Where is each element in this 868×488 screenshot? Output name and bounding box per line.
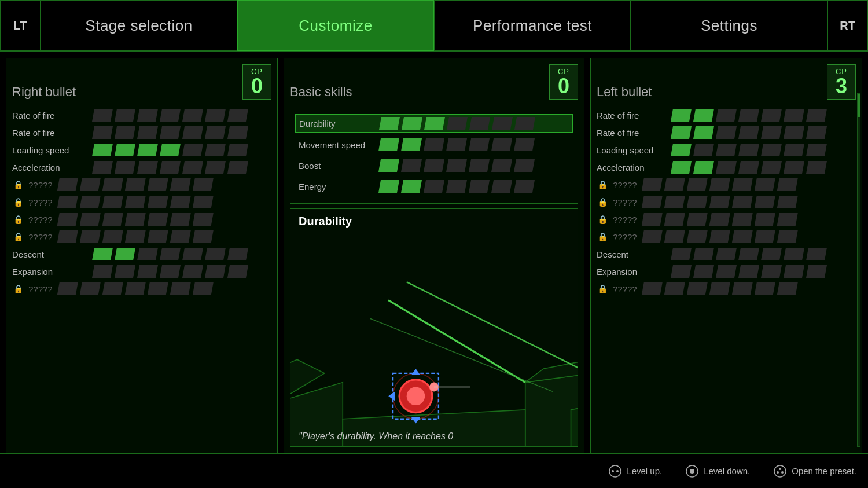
bar <box>469 117 490 130</box>
left-bullet-locked-row-3: 🔒 ????? <box>597 213 856 226</box>
bar <box>148 230 168 243</box>
basic-skills-header: Basic skills CP 0 <box>290 64 578 100</box>
skill-bars-movement-speed <box>378 138 535 151</box>
bar <box>57 282 78 295</box>
bar <box>687 230 708 243</box>
bar <box>378 159 399 172</box>
right-bullet-stat-row-acceleration[interactable]: Acceleration <box>12 161 271 174</box>
bar <box>80 213 101 226</box>
nav-customize[interactable]: Customize <box>237 0 434 51</box>
bar <box>102 230 123 243</box>
stat-bars-locked-1 <box>57 178 214 191</box>
bar <box>401 159 422 172</box>
bar <box>784 109 804 122</box>
bar <box>761 161 782 174</box>
level-up-item: Level up. <box>608 464 662 478</box>
nav-settings[interactable]: Settings <box>631 0 827 51</box>
left-bullet-cp-value: 3 <box>836 76 847 97</box>
right-bullet-stat-row-loading-speed[interactable]: Loading speed <box>12 144 271 156</box>
bar <box>777 196 798 208</box>
bar <box>227 265 248 278</box>
bar <box>755 178 775 191</box>
bar <box>671 248 692 260</box>
bar <box>806 109 827 122</box>
bar <box>378 180 399 193</box>
bar <box>125 196 146 208</box>
bar <box>125 230 146 243</box>
skill-row-boost[interactable]: Boost <box>295 157 573 174</box>
left-bullet-stat-row-acceleration[interactable]: Acceleration <box>597 161 856 174</box>
bar <box>148 196 168 208</box>
bar <box>806 144 827 156</box>
scroll-thumb <box>858 94 860 117</box>
bar <box>125 178 146 191</box>
bar <box>80 196 101 208</box>
open-preset-label: Open the preset. <box>792 466 856 476</box>
bar <box>732 178 753 191</box>
bar <box>755 196 775 208</box>
bar <box>709 178 730 191</box>
open-preset-icon <box>773 464 787 478</box>
skill-row-durability[interactable]: Durability <box>295 114 573 133</box>
bar <box>227 161 248 174</box>
bar <box>671 126 692 139</box>
basic-skills-panel: Basic skills CP 0 Durability <box>284 58 584 453</box>
bar <box>160 109 181 122</box>
lock-icon: 🔒 <box>597 196 608 208</box>
bar <box>755 282 775 295</box>
nav-rt-button[interactable]: RT <box>827 0 868 51</box>
bar <box>80 230 101 243</box>
right-bullet-stat-row-expansion[interactable]: Expansion <box>12 265 271 278</box>
left-bullet-header: Left bullet CP 3 <box>597 64 856 100</box>
locked-label-1: ????? <box>28 180 53 190</box>
left-bullet-stat-row-rate-fire-1[interactable]: Rate of fire <box>597 109 856 122</box>
stat-label-loading-speed: Loading speed <box>12 145 87 155</box>
skill-row-energy[interactable]: Energy <box>295 178 573 195</box>
bar <box>92 248 113 260</box>
stat-bars-expansion <box>92 265 248 278</box>
stat-label-lb-rate-fire-1: Rate of fire <box>597 111 666 120</box>
bar <box>115 248 135 260</box>
bar <box>80 282 101 295</box>
lock-icon: 🔒 <box>12 179 24 190</box>
level-down-label: Level down. <box>704 466 750 476</box>
scrollbar[interactable] <box>857 93 860 447</box>
stat-label-lb-loading-speed: Loading speed <box>597 145 666 155</box>
nav-performance-test[interactable]: Performance test <box>434 0 631 51</box>
left-bullet-stat-row-rate-fire-2[interactable]: Rate of fire <box>597 126 856 139</box>
left-bullet-stat-row-loading-speed[interactable]: Loading speed <box>597 144 856 156</box>
bar <box>227 109 248 122</box>
bar <box>514 180 535 193</box>
right-bullet-stat-row-descent[interactable]: Descent <box>12 248 271 260</box>
stat-bars-lb-locked-5 <box>642 282 798 295</box>
bar <box>491 159 512 172</box>
bar <box>671 161 692 174</box>
stat-bars-lb-locked-2 <box>642 196 798 208</box>
bar <box>102 213 123 226</box>
bar <box>227 248 248 260</box>
bar <box>424 159 444 172</box>
bar <box>777 282 798 295</box>
stat-label-lb-acceleration: Acceleration <box>597 163 666 173</box>
nav-stage-selection[interactable]: Stage selection <box>41 0 237 51</box>
left-bullet-stat-row-descent[interactable]: Descent <box>597 248 856 260</box>
level-up-icon <box>608 464 622 478</box>
bar <box>806 126 827 139</box>
lock-icon: 🔒 <box>12 231 24 243</box>
bar <box>738 126 759 139</box>
bar <box>693 126 714 139</box>
left-bullet-cp-badge: CP 3 <box>827 64 856 100</box>
bar <box>514 159 535 172</box>
right-bullet-stat-row-rate-fire-2[interactable]: Rate of fire <box>12 126 271 139</box>
right-bullet-stat-row-rate-fire-1[interactable]: Rate of fire <box>12 109 271 122</box>
bar <box>227 144 248 156</box>
locked-label-5: ????? <box>28 284 53 294</box>
stat-label-rate-fire-1: Rate of fire <box>12 111 87 120</box>
bar <box>687 178 708 191</box>
basic-skills-cp-value: 0 <box>558 76 569 97</box>
left-bullet-stat-row-expansion[interactable]: Expansion <box>597 265 856 278</box>
bar <box>671 109 692 122</box>
stat-bars-lb-locked-4 <box>642 230 798 243</box>
skill-row-movement-speed[interactable]: Movement speed <box>295 136 573 153</box>
nav-lt-button[interactable]: LT <box>0 0 41 51</box>
